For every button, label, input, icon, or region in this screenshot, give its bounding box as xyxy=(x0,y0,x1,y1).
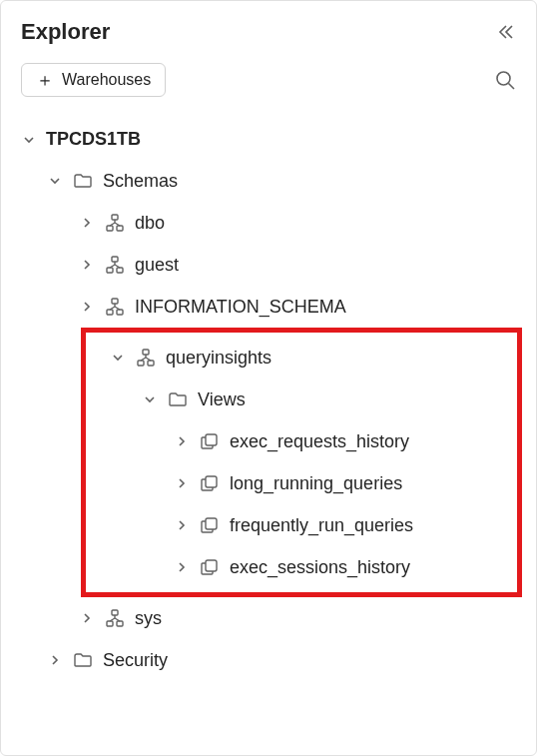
tree-node-schema-sys[interactable]: sys xyxy=(17,597,528,639)
svg-rect-18 xyxy=(112,610,118,615)
chevron-right-icon xyxy=(174,433,190,449)
schema-label: dbo xyxy=(135,213,165,234)
security-label: Security xyxy=(103,650,168,671)
tree-node-view[interactable]: exec_requests_history xyxy=(86,420,517,462)
schema-icon xyxy=(104,254,126,276)
add-warehouses-button[interactable]: ＋ Warehouses xyxy=(21,63,166,97)
chevron-right-icon xyxy=(174,517,190,533)
plus-icon: ＋ xyxy=(36,71,54,89)
svg-rect-6 xyxy=(107,268,113,273)
svg-rect-11 xyxy=(143,350,149,355)
tree-node-views[interactable]: Views xyxy=(86,378,517,420)
tree-node-view[interactable]: exec_sessions_history xyxy=(86,546,517,588)
schemas-label: Schemas xyxy=(103,171,178,192)
search-icon xyxy=(494,69,516,91)
warehouses-button-label: Warehouses xyxy=(62,71,151,89)
chevron-right-icon xyxy=(79,215,95,231)
svg-rect-8 xyxy=(112,299,118,304)
svg-rect-13 xyxy=(148,361,154,366)
search-button[interactable] xyxy=(494,69,516,91)
tree-node-view[interactable]: frequently_run_queries xyxy=(86,504,517,546)
chevron-right-icon xyxy=(79,257,95,273)
schema-label: sys xyxy=(135,608,162,629)
tree-node-schema-information-schema[interactable]: INFORMATION_SCHEMA xyxy=(17,286,528,328)
svg-rect-17 xyxy=(206,560,217,571)
view-icon xyxy=(199,556,221,578)
chevron-right-icon xyxy=(174,475,190,491)
tree-node-schema-guest[interactable]: guest xyxy=(17,244,528,286)
folder-icon xyxy=(72,170,94,192)
chevron-down-icon xyxy=(142,391,158,407)
highlighted-region: queryinsights Views xyxy=(81,328,522,597)
view-label: exec_requests_history xyxy=(230,431,409,452)
svg-rect-4 xyxy=(117,226,123,231)
view-icon xyxy=(199,514,221,536)
chevron-down-icon xyxy=(21,132,37,148)
chevron-right-icon xyxy=(79,299,95,315)
schema-icon xyxy=(135,347,157,369)
views-label: Views xyxy=(198,389,246,410)
svg-rect-7 xyxy=(117,268,123,273)
view-label: exec_sessions_history xyxy=(230,557,410,578)
view-icon xyxy=(199,472,221,494)
svg-rect-9 xyxy=(107,310,113,315)
double-chevron-left-icon xyxy=(496,22,516,42)
svg-point-0 xyxy=(497,72,510,85)
chevron-right-icon xyxy=(79,610,95,626)
schema-label: queryinsights xyxy=(166,348,271,369)
schema-icon xyxy=(104,607,126,629)
schema-icon xyxy=(104,212,126,234)
schema-label: INFORMATION_SCHEMA xyxy=(135,297,346,318)
svg-rect-15 xyxy=(206,476,217,487)
svg-rect-10 xyxy=(117,310,123,315)
explorer-header: Explorer xyxy=(1,1,536,55)
chevron-right-icon xyxy=(174,559,190,575)
collapse-panel-button[interactable] xyxy=(496,22,516,42)
tree-node-database[interactable]: TPCDS1TB xyxy=(17,119,528,160)
svg-rect-19 xyxy=(107,621,113,626)
chevron-down-icon xyxy=(110,350,126,366)
svg-rect-20 xyxy=(117,621,123,626)
svg-rect-3 xyxy=(107,226,113,231)
panel-title: Explorer xyxy=(21,19,110,45)
chevron-right-icon xyxy=(47,652,63,668)
svg-rect-16 xyxy=(206,518,217,529)
database-label: TPCDS1TB xyxy=(46,129,141,150)
view-label: long_running_queries xyxy=(230,473,402,494)
chevron-down-icon xyxy=(47,173,63,189)
tree-node-schemas[interactable]: Schemas xyxy=(17,160,528,202)
tree-node-security[interactable]: Security xyxy=(17,639,528,681)
object-tree: TPCDS1TB Schemas dbo xyxy=(1,115,536,681)
svg-line-1 xyxy=(509,84,515,90)
svg-rect-2 xyxy=(112,215,118,220)
view-icon xyxy=(199,430,221,452)
svg-rect-12 xyxy=(138,361,144,366)
view-label: frequently_run_queries xyxy=(230,515,413,536)
folder-icon xyxy=(72,649,94,671)
tree-node-schema-queryinsights[interactable]: queryinsights xyxy=(86,337,517,378)
tree-node-view[interactable]: long_running_queries xyxy=(86,462,517,504)
svg-rect-14 xyxy=(206,434,217,445)
tree-node-schema-dbo[interactable]: dbo xyxy=(17,202,528,244)
folder-icon xyxy=(167,388,189,410)
svg-rect-5 xyxy=(112,257,118,262)
explorer-toolbar: ＋ Warehouses xyxy=(1,55,536,115)
schema-icon xyxy=(104,296,126,318)
schema-label: guest xyxy=(135,255,179,276)
